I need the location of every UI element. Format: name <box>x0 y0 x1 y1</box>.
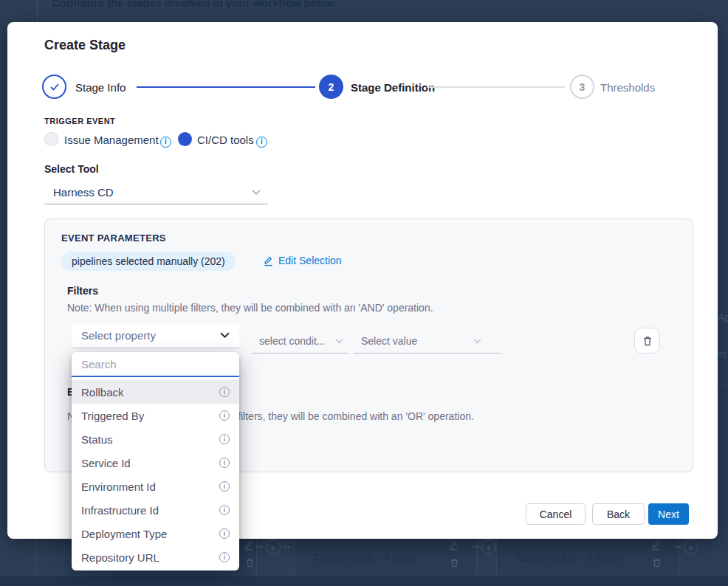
dropdown-item-rollback[interactable]: Rollback i <box>72 380 239 404</box>
edit-selection-link[interactable]: Edit Selection <box>263 255 342 266</box>
chevron-down-icon <box>473 339 481 344</box>
screen: Configure the stages involved in your wo… <box>0 0 728 586</box>
info-icon: i <box>219 410 230 421</box>
dashed-connector <box>675 546 681 548</box>
info-icon: i <box>219 528 230 539</box>
dashed-connector <box>719 385 727 386</box>
trigger-event-label: TRIGGER EVENT <box>44 117 115 125</box>
step-thresholds-circle[interactable]: 3 <box>570 75 594 99</box>
background-subtitle: Configure the stages involved in your wo… <box>52 0 338 8</box>
select-tool-label: Select Tool <box>44 163 99 175</box>
event-parameters-heading: EVENT PARAMETERS <box>61 232 166 244</box>
pencil-icon <box>263 255 274 266</box>
tool-select[interactable]: Harness CD <box>44 180 268 204</box>
dropdown-item-triggered-by[interactable]: Triggered By i <box>72 404 239 427</box>
step-stage-info-circle[interactable] <box>42 75 66 99</box>
value-select-placeholder: Select value <box>361 335 417 347</box>
trash-icon <box>651 557 662 571</box>
filters-note: Note: When using multiple filters, they … <box>67 302 433 314</box>
info-icon: i <box>219 458 230 468</box>
dropdown-item-infrastructure-id[interactable]: Infrastructure Id i <box>72 498 239 522</box>
dropdown-item-deployment-type[interactable]: Deployment Type i <box>72 522 239 545</box>
background-divider-line <box>37 0 38 22</box>
step-stage-definition-circle[interactable]: 2 <box>319 75 343 99</box>
tool-select-value: Harness CD <box>53 186 114 199</box>
dropdown-item-environment-id[interactable]: Environment Id i <box>72 475 239 498</box>
pencil-icon <box>650 540 662 554</box>
pencil-icon <box>448 540 459 554</box>
property-select[interactable]: Select property <box>72 323 239 348</box>
dashed-connector <box>284 546 289 548</box>
edit-selection-label: Edit Selection <box>278 255 342 266</box>
background-footer-strip <box>0 576 728 586</box>
background-card-text: Target Value - 4 days <box>312 551 416 564</box>
pencil-icon <box>244 540 255 554</box>
dropdown-item-repository-url[interactable]: Repository URL i <box>72 545 239 569</box>
trash-icon <box>642 335 653 347</box>
add-stage-icon: + <box>684 540 698 554</box>
background-text-fragment: Ap <box>718 311 728 323</box>
delete-filter-button[interactable] <box>634 328 660 354</box>
property-select-placeholder: Select property <box>81 329 156 342</box>
info-icon: i <box>160 137 171 148</box>
property-dropdown: Rollback i Triggered By i Status i Servi… <box>72 352 239 571</box>
info-icon: i <box>219 505 230 515</box>
condition-select[interactable]: select condit... <box>252 329 348 354</box>
chevron-down-icon <box>220 332 230 339</box>
background-divider-line <box>35 539 36 576</box>
selection-pill: pipelines selected manually (202) <box>61 252 236 271</box>
add-stage-icon: + <box>266 540 281 554</box>
background-card-text: Target Value - 4 days <box>515 551 619 564</box>
radio-cicd-tools[interactable] <box>178 132 192 146</box>
dashed-connector <box>473 546 478 548</box>
check-icon <box>49 81 61 93</box>
next-button[interactable]: Next <box>648 503 689 525</box>
info-icon: i <box>219 481 230 492</box>
trash-icon <box>244 557 255 571</box>
radio-issue-management-label[interactable]: Issue Management <box>64 134 159 146</box>
info-icon: i <box>219 552 230 562</box>
back-button[interactable]: Back <box>592 503 645 525</box>
property-dropdown-list: Rollback i Triggered By i Status i Servi… <box>72 377 239 569</box>
radio-issue-management[interactable] <box>44 132 58 146</box>
dropdown-item-status[interactable]: Status i <box>72 427 239 451</box>
modal-title: Create Stage <box>44 38 126 53</box>
info-icon: i <box>219 387 230 397</box>
step-stage-info-label[interactable]: Stage Info <box>75 81 126 94</box>
filters-heading: Filters <box>67 285 98 297</box>
step-connector-pending <box>427 86 565 88</box>
condition-select-placeholder: select condit... <box>259 335 326 347</box>
chevron-down-icon <box>335 339 343 344</box>
radio-cicd-tools-label[interactable]: CI/CD tools <box>197 134 254 146</box>
trash-icon <box>449 557 460 571</box>
dropdown-item-service-id[interactable]: Service Id i <box>72 451 239 475</box>
background-text-fragment: et <box>718 348 727 360</box>
search-input[interactable] <box>72 352 239 377</box>
step-connector-done <box>137 86 315 88</box>
step-stage-definition-label[interactable]: Stage Definition <box>351 81 435 94</box>
step-thresholds-label[interactable]: Thresholds <box>600 81 655 94</box>
add-stage-icon: + <box>481 540 496 554</box>
info-icon: i <box>256 137 267 148</box>
cancel-button[interactable]: Cancel <box>526 503 586 525</box>
info-icon: i <box>219 434 230 444</box>
chevron-down-icon <box>252 190 261 196</box>
value-select[interactable]: Select value <box>354 329 501 354</box>
dashed-connector <box>257 546 263 548</box>
